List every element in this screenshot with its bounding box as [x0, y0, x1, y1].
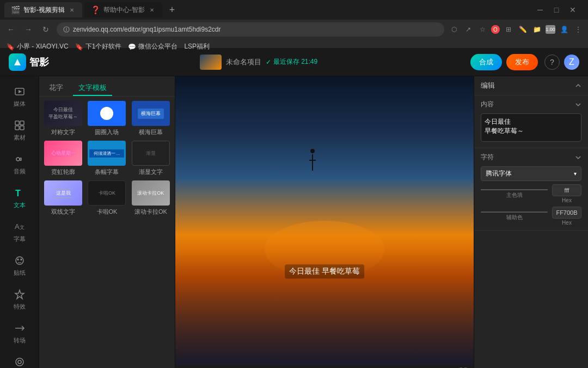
secondary-hex-input[interactable] — [552, 207, 581, 219]
tab-close-help[interactable]: ✕ — [148, 6, 156, 14]
sidebar: 媒体 素材 音频 T 文本 A — [0, 76, 39, 368]
template-shuangxian[interactable]: 这是我 双线文字 — [44, 180, 83, 216]
nav-bar: ← → ↻ zenvideo.qq.com/editor/gnq1ipsmu1a… — [0, 20, 588, 39]
content-section: 内容 — [474, 95, 588, 148]
font-section-title: 字符 — [481, 153, 581, 162]
collapse-icon[interactable] — [575, 82, 581, 89]
font-section: 字符 腾讯字体 ▾ 主色填 Hex — [474, 148, 588, 231]
publish-button[interactable]: 发布 — [506, 54, 538, 70]
forward-button[interactable]: → — [22, 23, 35, 36]
new-tab-button[interactable]: + — [164, 2, 180, 17]
svg-point-15 — [21, 259, 22, 260]
svg-text:T: T — [15, 189, 21, 198]
content-textarea[interactable] — [481, 113, 581, 142]
ext2-icon[interactable]: ✏️ — [517, 24, 528, 35]
bookmark-wechat[interactable]: 💬 微信公众平台 — [128, 42, 177, 51]
bookmark-software-icon: 🔖 — [75, 43, 83, 51]
sidebar-item-media[interactable]: 媒体 — [2, 81, 37, 112]
project-thumbnail[interactable] — [200, 55, 222, 70]
save-info: ✓ 最近保存 21:49 — [266, 57, 317, 67]
menu-icon[interactable]: ⋮ — [573, 24, 584, 35]
sidebar-item-audio[interactable]: 音频 — [2, 148, 37, 180]
sidebar-item-effect[interactable]: 特效 — [2, 283, 37, 315]
maximize-button[interactable]: □ — [550, 3, 563, 16]
primary-hex-input[interactable] — [552, 184, 581, 196]
tab-wenzimuban[interactable]: 文字模板 — [73, 81, 112, 96]
help-icon[interactable]: ? — [544, 55, 560, 70]
bookmark-lsp[interactable]: LSP福利 — [184, 42, 210, 51]
sidebar-item-filter[interactable]: 滤镜 — [2, 351, 37, 368]
svg-point-17 — [16, 358, 23, 366]
opera-icon[interactable]: O — [491, 25, 500, 34]
address-bar[interactable]: zenvideo.qq.com/editor/gnq1ipsmu1amt5hdi… — [57, 22, 444, 37]
cast-icon[interactable]: ⬡ — [449, 24, 460, 35]
video-player[interactable]: 今日最佳 早餐吃草莓 — [175, 76, 474, 365]
svg-point-18 — [18, 360, 21, 364]
font-chevron-icon: ▾ — [574, 171, 577, 177]
back-button[interactable]: ← — [4, 23, 17, 36]
refresh-button[interactable]: ↻ — [39, 23, 52, 36]
tab-help[interactable]: ❓ 帮助中心-智影 ✕ — [84, 2, 162, 17]
ext3-icon[interactable]: 📁 — [531, 24, 542, 35]
text-icon: T — [13, 186, 26, 200]
font-collapse-icon[interactable] — [575, 154, 581, 161]
template-jianxian[interactable]: 渐显 渐显文字 — [131, 141, 170, 176]
primary-color-group: 主色填 — [481, 189, 548, 199]
transition-icon — [13, 322, 26, 335]
progress-bar-row: 00:00:11:01 00:00:11:25 — [175, 365, 474, 368]
tab-huazi[interactable]: 花字 — [44, 81, 69, 96]
ext-badge[interactable]: 1.00 — [546, 25, 555, 34]
material-icon — [13, 119, 26, 132]
app-topbar: 智影 未命名项目 ✓ 最近保存 21:49 合成 发布 ? Z — [0, 48, 588, 76]
secondary-color-swatch[interactable] — [481, 212, 548, 213]
secondary-color-group: 辅助色 — [481, 212, 548, 221]
sidebar-item-material[interactable]: 素材 — [2, 114, 37, 146]
template-henghai[interactable]: 横海巨幕 横海巨幕 — [131, 101, 170, 136]
user-avatar[interactable]: Z — [564, 55, 579, 70]
template-karaoke[interactable]: 卡啦OK 卡啦OK — [87, 180, 126, 216]
sidebar-item-sticker[interactable]: 贴纸 — [2, 250, 37, 281]
tab-editor[interactable]: 🎬 智影-视频剪辑 ✕ — [4, 2, 82, 17]
share-icon[interactable]: ↗ — [463, 24, 474, 35]
content-collapse-icon[interactable] — [575, 101, 581, 108]
synth-button[interactable]: 合成 — [470, 54, 502, 70]
ext1-icon[interactable]: ⊞ — [503, 24, 514, 35]
template-tiaofu[interactable]: 何须清酒一… 条幅字幕 — [87, 141, 126, 176]
star-icon[interactable]: ☆ — [477, 24, 488, 35]
close-button[interactable]: ✕ — [566, 3, 579, 16]
browser-chrome: 🎬 智影-视频剪辑 ✕ ❓ 帮助中心-智影 ✕ + ─ □ ✕ ← → ↻ ze… — [0, 0, 588, 48]
content-section-title: 内容 — [481, 100, 581, 109]
preview-area: 今日最佳 早餐吃草莓 00:00:11:01 00:00:11:25 16:9 … — [175, 76, 474, 368]
bookmark-xiaoyi-icon: 🔖 — [7, 43, 15, 51]
tab-bar: 🎬 智影-视频剪辑 ✕ ❓ 帮助中心-智影 ✕ + ─ □ ✕ — [0, 0, 588, 20]
top-actions: 合成 发布 — [470, 54, 538, 70]
profile-icon[interactable]: 👤 — [559, 24, 569, 35]
editor-panel: 编辑 内容 字符 腾讯字体 ▾ — [474, 76, 588, 368]
bookmark-software[interactable]: 🔖 下1个好软件 — [75, 42, 122, 51]
tab-close-editor[interactable]: ✕ — [68, 6, 76, 14]
template-duicheng[interactable]: 今日最佳平盈吃草莓～ 对称文字 — [44, 101, 83, 136]
check-icon: ✓ — [266, 58, 271, 66]
primary-color-swatch[interactable] — [481, 189, 548, 190]
svg-rect-7 — [15, 126, 19, 130]
sidebar-item-transition[interactable]: 转场 — [2, 317, 37, 349]
template-yuanquan[interactable]: 圆圈入场 — [87, 101, 126, 136]
sidebar-item-subtitle[interactable]: A文 字幕 — [2, 216, 37, 248]
bookmark-xiaoyi[interactable]: 🔖 小界 - XIAOYI.VC — [7, 42, 69, 51]
template-scroll-karaoke[interactable]: 滚动卡拉OK 滚动卡拉OK — [131, 180, 170, 216]
editor-panel-header: 编辑 — [474, 76, 588, 95]
logo-icon — [9, 53, 26, 71]
subtitle-icon: A文 — [13, 220, 26, 233]
sidebar-item-text[interactable]: T 文本 — [2, 182, 37, 214]
svg-text:文: 文 — [20, 225, 24, 230]
secondary-color-row: 辅助色 Hex — [481, 207, 581, 226]
font-selector[interactable]: 腾讯字体 ▾ — [481, 166, 581, 181]
minimize-button[interactable]: ─ — [534, 3, 547, 16]
filter-icon — [13, 355, 26, 368]
sticker-icon — [13, 254, 26, 267]
template-grid: 今日最佳平盈吃草莓～ 对称文字 圆圈入场 横海巨幕 横海巨幕 — [39, 96, 175, 368]
svg-point-13 — [16, 257, 23, 264]
svg-point-9 — [16, 158, 20, 161]
template-nihong[interactable]: 心动星期一 霓虹轮廓 — [44, 141, 83, 176]
svg-rect-5 — [15, 121, 19, 125]
